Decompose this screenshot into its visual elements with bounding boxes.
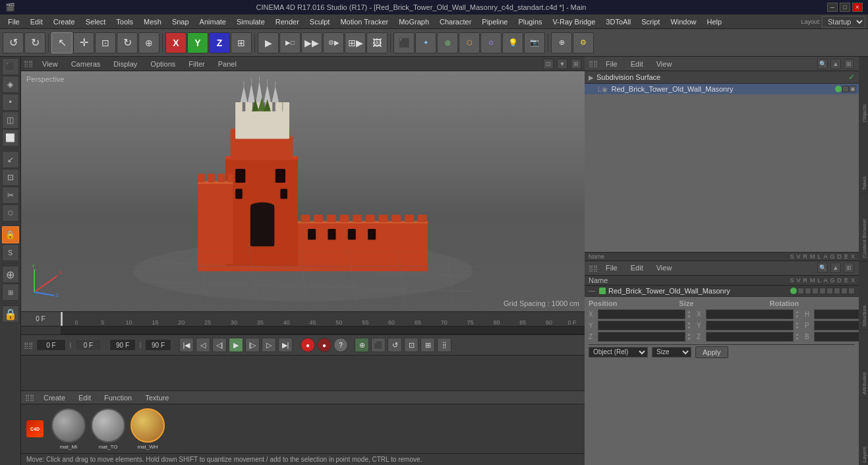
redo-btn[interactable]: ↻ bbox=[24, 32, 45, 53]
prev-frame-btn[interactable]: ◁ bbox=[196, 338, 210, 352]
menu-file[interactable]: File bbox=[3, 16, 25, 27]
snap-settings-btn[interactable]: ⚙ bbox=[573, 32, 594, 53]
objects-view-tab[interactable]: View bbox=[651, 59, 678, 69]
menu-mesh[interactable]: Mesh bbox=[138, 16, 167, 27]
rot-p-input[interactable]: -90 ° bbox=[814, 321, 859, 330]
knife-btn[interactable]: ✂ bbox=[2, 187, 19, 204]
end-frame2-input[interactable] bbox=[145, 339, 171, 351]
maximize-btn[interactable]: □ bbox=[840, 3, 850, 12]
pos-x-down[interactable]: ▼ bbox=[687, 314, 691, 319]
record-all-btn[interactable]: ● bbox=[317, 338, 332, 352]
snap-enable-btn[interactable]: ⊕ bbox=[551, 32, 572, 53]
menu-pipeline[interactable]: Pipeline bbox=[477, 16, 513, 27]
rot-h-input[interactable]: 0 ° bbox=[814, 309, 859, 319]
size-z-down[interactable]: ▼ bbox=[795, 336, 799, 341]
bridge-btn[interactable]: ⬡ bbox=[2, 204, 19, 222]
viewport-down-btn[interactable]: ▼ bbox=[557, 59, 567, 69]
material-create-btn[interactable]: Create bbox=[40, 393, 69, 402]
render-all-btn[interactable]: ▶▶ bbox=[301, 32, 322, 53]
apply-btn[interactable]: Apply bbox=[695, 346, 728, 358]
menu-select[interactable]: Select bbox=[80, 16, 111, 27]
objects-tab[interactable]: Objects bbox=[859, 57, 868, 125]
material-texture-btn[interactable]: Texture bbox=[141, 393, 173, 402]
pos-x-up[interactable]: ▲ bbox=[687, 309, 691, 314]
scale-tool-btn[interactable]: ⊡ bbox=[95, 32, 116, 53]
polygons-mode-btn[interactable]: ⬜ bbox=[2, 129, 19, 146]
viewport-3d[interactable]: Perspective bbox=[21, 71, 585, 311]
menu-character[interactable]: Character bbox=[434, 16, 477, 27]
timeline-pref-btn[interactable]: ⊞ bbox=[420, 338, 435, 352]
attr-search-btn[interactable]: 🔍 bbox=[817, 263, 828, 273]
pos-z-up[interactable]: ▲ bbox=[687, 332, 691, 336]
attr-view-tab[interactable]: View bbox=[651, 263, 678, 273]
timeline-bounce-btn[interactable]: ⊡ bbox=[404, 338, 419, 352]
goto-start-btn[interactable]: |◀ bbox=[179, 338, 194, 352]
viewport-filter-menu[interactable]: Filter bbox=[185, 59, 208, 69]
ipr-btn[interactable]: ⊞▶ bbox=[345, 32, 366, 53]
rotate-tool-btn[interactable]: ↻ bbox=[117, 32, 138, 53]
menu-tools[interactable]: Tools bbox=[111, 16, 138, 27]
next-keyframe-btn[interactable]: |▷ bbox=[245, 338, 260, 352]
objects-edit-tab[interactable]: Edit bbox=[625, 59, 649, 69]
transform-tool-btn[interactable]: ⊕ bbox=[138, 32, 159, 53]
generators-btn[interactable]: ⬡ bbox=[459, 32, 480, 53]
material-edit-btn[interactable]: Edit bbox=[74, 393, 95, 402]
menu-animate[interactable]: Animate bbox=[194, 16, 231, 27]
close-btn[interactable]: ✕ bbox=[852, 3, 863, 12]
menu-plugins[interactable]: Plugins bbox=[513, 16, 547, 27]
viewport-safe-frame-btn[interactable]: ⊡ bbox=[543, 59, 554, 69]
attr-object-row[interactable]: — Red_Brick_Tower_Old_Wall_Masonry bbox=[585, 286, 859, 297]
viewport-panel-menu[interactable]: Panel bbox=[214, 59, 241, 69]
nurbs-btn[interactable]: ✦ bbox=[415, 32, 436, 53]
pos-y-up[interactable]: ▲ bbox=[687, 321, 691, 325]
menu-help[interactable]: Help bbox=[702, 16, 728, 27]
objects-file-tab[interactable]: File bbox=[600, 59, 623, 69]
material-function-btn[interactable]: Function bbox=[100, 393, 136, 402]
attr-up-btn[interactable]: ▲ bbox=[830, 263, 841, 273]
viewport-cameras-menu[interactable]: Cameras bbox=[67, 59, 105, 69]
menu-create[interactable]: Create bbox=[48, 16, 80, 27]
current-frame-input[interactable] bbox=[36, 339, 66, 351]
z-axis-btn[interactable]: Z bbox=[209, 32, 230, 53]
move-tool-btn[interactable]: ✛ bbox=[73, 32, 94, 53]
workplane-btn[interactable]: ⊞ bbox=[2, 284, 19, 301]
pos-z-input[interactable]: 0 cm bbox=[598, 332, 685, 342]
lock-axis-btn[interactable]: ⊞ bbox=[231, 32, 252, 53]
menu-vray[interactable]: V-Ray Bridge bbox=[548, 16, 601, 27]
extrude-btn[interactable]: ⊡ bbox=[2, 169, 19, 186]
render-frame-btn[interactable]: ▶ bbox=[258, 32, 279, 53]
menu-render[interactable]: Render bbox=[270, 16, 304, 27]
attr-file-tab[interactable]: File bbox=[600, 263, 623, 273]
material-item-2[interactable]: mat_TO bbox=[91, 408, 125, 450]
timeline-ruler[interactable]: 0 F 0 5 10 15 20 25 30 35 bbox=[21, 312, 585, 326]
record-stop-btn[interactable]: ? bbox=[333, 338, 348, 352]
objects-up-btn[interactable]: ▲ bbox=[830, 59, 841, 69]
size-x-down[interactable]: ▼ bbox=[795, 314, 799, 319]
coord-system-dropdown[interactable]: Object (Rel) bbox=[589, 347, 648, 357]
layers-tab[interactable]: Layers bbox=[859, 397, 868, 465]
next-frame-btn[interactable]: ▷ bbox=[262, 338, 276, 352]
menu-edit[interactable]: Edit bbox=[25, 16, 48, 27]
y-axis-btn[interactable]: Y bbox=[187, 32, 208, 53]
content-browser-tab[interactable]: Content Browser bbox=[859, 193, 868, 261]
texture-mode-btn[interactable]: ◈ bbox=[2, 76, 19, 93]
timeline-key-btn[interactable]: ⬛ bbox=[371, 338, 386, 352]
spline-btn[interactable]: ◎ bbox=[437, 32, 458, 53]
attributes-tab[interactable]: Attributes bbox=[859, 329, 868, 397]
undo-btn[interactable]: ↺ bbox=[3, 32, 24, 53]
menu-snap[interactable]: Snap bbox=[167, 16, 194, 27]
magnet-btn[interactable]: 🔒 bbox=[2, 226, 19, 243]
picture-viewer-btn[interactable]: 🖼 bbox=[366, 32, 388, 53]
menu-mograph[interactable]: MoGraph bbox=[393, 16, 434, 27]
structure-tab[interactable]: Structure bbox=[859, 261, 868, 329]
model-mode-btn[interactable]: ⬛ bbox=[2, 58, 19, 75]
edges-mode-btn[interactable]: ◫ bbox=[2, 111, 19, 129]
size-x-input[interactable]: 0 cm bbox=[706, 309, 794, 319]
camera-btn[interactable]: 📷 bbox=[524, 32, 545, 53]
start-frame-input[interactable] bbox=[75, 339, 101, 351]
pos-z-down[interactable]: ▼ bbox=[687, 336, 691, 341]
size-x-up[interactable]: ▲ bbox=[795, 309, 799, 314]
bend-tool-btn[interactable]: ↙ bbox=[2, 151, 19, 168]
timeline-extra-btn[interactable]: ⣿ bbox=[437, 338, 451, 352]
enable-axis-btn[interactable]: ⊕ bbox=[2, 266, 19, 283]
